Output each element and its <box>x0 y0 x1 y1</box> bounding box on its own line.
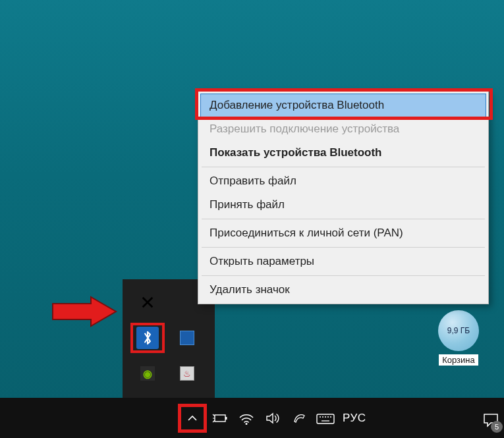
menu-item[interactable]: Присоединиться к личной сети (PAN) <box>200 221 486 245</box>
menu-separator <box>202 219 485 219</box>
menu-item[interactable]: Открыть параметры <box>200 250 486 273</box>
menu-separator <box>202 167 485 167</box>
tray-icon-app[interactable] <box>128 285 167 320</box>
recycle-bin-size: 9,9 ГБ <box>447 326 470 335</box>
menu-item: Разрешить подключение устройства <box>200 117 486 141</box>
annotation-arrow <box>51 296 117 327</box>
menu-item[interactable]: Показать устройства Bluetooth <box>200 141 486 165</box>
battery-icon[interactable] <box>207 398 233 438</box>
svg-point-3 <box>246 423 248 425</box>
wifi-icon[interactable] <box>233 398 260 438</box>
menu-item[interactable]: Принять файл <box>200 193 486 217</box>
menu-item[interactable]: Удалить значок <box>200 278 486 302</box>
svg-rect-2 <box>225 417 227 420</box>
tray-overflow-button[interactable] <box>178 404 207 433</box>
taskbar: РУС 5 <box>0 398 504 438</box>
menu-item[interactable]: Добавление устройства Bluetooth <box>200 94 486 117</box>
menu-separator <box>202 275 485 276</box>
tray-icon-intel[interactable] <box>167 320 207 356</box>
bluetooth-context-menu: Добавление устройства BluetoothРазрешить… <box>198 91 489 304</box>
annotation-highlight <box>178 404 207 433</box>
svg-rect-4 <box>317 414 334 424</box>
keyboard-icon[interactable] <box>312 398 339 438</box>
language-indicator[interactable]: РУС <box>339 412 370 425</box>
tray-icon-nvidia[interactable]: ◉ <box>128 356 167 391</box>
recycle-bin[interactable]: 9,9 ГБ Корзина <box>429 310 488 366</box>
tray-icon-java[interactable]: ♨ <box>167 356 207 391</box>
annotation-highlight <box>130 323 165 353</box>
menu-item[interactable]: Отправить файл <box>200 169 486 193</box>
pen-icon[interactable] <box>286 398 312 438</box>
svg-rect-1 <box>215 415 225 422</box>
recycle-bin-label: Корзина <box>439 354 478 366</box>
recycle-bin-icon: 9,9 ГБ <box>438 310 479 351</box>
tray-icon-bluetooth[interactable] <box>128 320 167 356</box>
menu-separator <box>202 247 485 248</box>
volume-icon[interactable] <box>260 398 286 438</box>
notification-count-badge: 5 <box>491 421 503 433</box>
